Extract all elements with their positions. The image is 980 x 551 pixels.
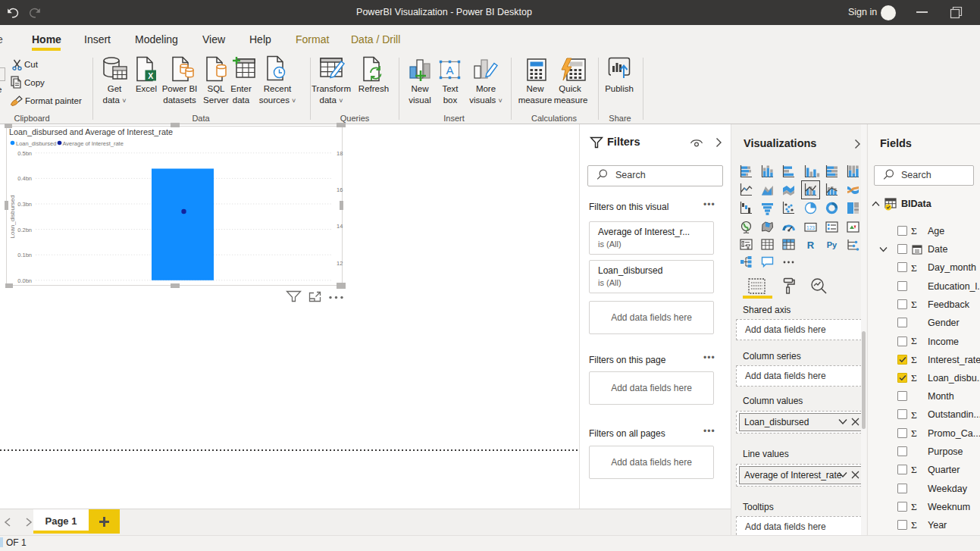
svg-text:Py: Py — [827, 240, 838, 249]
svg-text:0.5bn: 0.5bn — [17, 150, 32, 157]
svg-text:18: 18 — [337, 150, 343, 157]
svg-text:0.2bn: 0.2bn — [17, 227, 32, 233]
svg-text:123: 123 — [806, 225, 815, 230]
svg-text:0.0bn: 0.0bn — [17, 277, 32, 284]
svg-text:Loan_disbursed and Average of: Loan_disbursed and Average of Interest_r… — [9, 127, 173, 136]
svg-text:12: 12 — [337, 260, 343, 267]
svg-text:R: R — [807, 239, 815, 251]
svg-text:X: X — [148, 71, 153, 80]
svg-text:16: 16 — [337, 186, 343, 193]
svg-text:Loan_disbursed: Loan_disbursed — [9, 196, 16, 239]
svg-text:0.4bn: 0.4bn — [17, 175, 32, 182]
svg-text:Loan_disbursed: Loan_disbursed — [16, 140, 56, 147]
svg-text:0.3bn: 0.3bn — [17, 201, 32, 208]
svg-text:Average of Interest_rate: Average of Interest_rate — [63, 140, 124, 147]
svg-text:14: 14 — [337, 223, 343, 230]
svg-text:0.1bn: 0.1bn — [17, 252, 32, 258]
svg-text:A: A — [446, 64, 453, 77]
